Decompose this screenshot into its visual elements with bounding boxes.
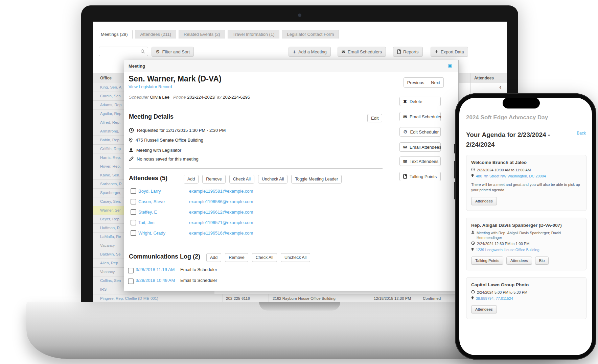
- search-field[interactable]: [99, 49, 140, 54]
- envelope-icon: ✉: [403, 159, 407, 164]
- laptop-lid-notch: [259, 302, 340, 311]
- email-schedulers-button[interactable]: ✉ Email Schedulers: [338, 47, 386, 57]
- card-time: 2/23/2024 10:00 AM to 11:00 AM: [477, 168, 531, 172]
- talking-points-button[interactable]: Talking Points: [399, 172, 441, 181]
- attendee-email-link[interactable]: example1196612@example.com: [189, 210, 253, 215]
- attendee-name-link[interactable]: Boyd, Larry: [138, 189, 161, 194]
- divider: [129, 108, 383, 108]
- close-icon[interactable]: ✖: [448, 63, 452, 69]
- office-row-link: King, Sen. A: [100, 85, 121, 89]
- card-title: Capitol Lawn Group Photo: [471, 282, 581, 287]
- cell-divider: [371, 294, 371, 302]
- phone-label: Phone: [173, 95, 186, 100]
- office-row-link: Collins, Sen: [100, 278, 121, 283]
- attendee-checkbox[interactable]: [131, 209, 136, 215]
- comm-log-action-button[interactable]: Check All: [252, 253, 277, 262]
- plus-icon: +: [293, 49, 296, 55]
- cell-divider: [419, 294, 419, 302]
- add-a-meeting-button[interactable]: + Add a Meeting: [289, 47, 331, 57]
- tab-meetings[interactable]: Meetings (29): [96, 30, 133, 39]
- tab-travel-information[interactable]: Travel Information (1): [228, 30, 280, 39]
- attendees-action-button[interactable]: Uncheck All: [258, 175, 288, 184]
- edit-button[interactable]: Edit: [367, 114, 382, 122]
- comm-log-checkbox[interactable]: [128, 268, 134, 273]
- comm-log-action-button[interactable]: Add: [206, 253, 221, 262]
- edit-scheduler-button[interactable]: ⚙ Edit Scheduler: [399, 127, 441, 137]
- delete-button[interactable]: ✖ Delete: [399, 97, 441, 106]
- attendees-button[interactable]: Attendees: [506, 257, 532, 265]
- comm-log-action-button[interactable]: Remove: [225, 253, 248, 262]
- comm-log-type: Email to Scheduler: [180, 278, 217, 283]
- attendee-checkbox[interactable]: [131, 220, 136, 225]
- attendee-name-link[interactable]: Cason, Steve: [138, 199, 165, 204]
- attendees-action-button[interactable]: Check All: [229, 175, 254, 184]
- phone-cell: 202-225-6116: [226, 294, 250, 302]
- attendees-list: Boyd, Larry example1196581@example.com C…: [129, 186, 393, 238]
- card-location-link[interactable]: 38.889794,-77.011524: [476, 296, 513, 301]
- attendees-button[interactable]: Attendees: [471, 197, 497, 205]
- tab-legislator-contact-form[interactable]: Legislator Contact Form: [282, 30, 339, 39]
- attendee-email-link[interactable]: example1196516@example.com: [189, 230, 253, 236]
- next-button[interactable]: Next: [428, 77, 444, 88]
- office-row-link: Hoyer, Rep.: [100, 164, 121, 168]
- search-input[interactable]: [99, 47, 148, 56]
- attendee-checkbox[interactable]: [131, 199, 136, 204]
- talking-points-button[interactable]: Talking Points: [471, 257, 503, 265]
- reports-button[interactable]: Reports: [393, 47, 423, 57]
- legislator-name-heading: Sen. Warner, Mark (D-VA): [129, 74, 222, 83]
- attendees-heading: Attendees (5): [129, 175, 167, 182]
- attendee-name-link[interactable]: Wright, Grady: [138, 230, 165, 236]
- comm-log-checkbox[interactable]: [128, 278, 134, 284]
- tab-attendees[interactable]: Attendees (211): [135, 30, 176, 39]
- attendee-email-link[interactable]: example1196581@example.com: [189, 189, 253, 194]
- meeting-details-heading: Meeting Details: [129, 113, 174, 120]
- filter-and-sort-button[interactable]: ⚙ Filter and Sort: [152, 47, 194, 57]
- attendees-action-buttons: AddRemoveCheck AllUncheck AllToggle Meet…: [184, 175, 342, 184]
- attendee-name-link[interactable]: Tait, Jim: [138, 220, 155, 225]
- location-cell: 2162 Rayburn House Office Building: [273, 294, 336, 302]
- attendees-action-button[interactable]: Add: [184, 175, 199, 184]
- view-legislator-record-link[interactable]: View Legislator Record: [129, 84, 172, 89]
- person-icon: [129, 148, 133, 152]
- bio-button[interactable]: Bio: [535, 257, 549, 265]
- cell-divider: [223, 294, 223, 302]
- office-row-link: Warner, Ser: [100, 208, 121, 212]
- attendee-email-link[interactable]: example1196571@example.com: [189, 220, 253, 225]
- comm-log-action-button[interactable]: Uncheck All: [281, 253, 310, 262]
- previous-button[interactable]: Previous: [404, 77, 428, 88]
- email-scheduler-button[interactable]: ✉ Email Scheduler: [399, 112, 441, 121]
- attendees-action-button[interactable]: Remove: [202, 175, 226, 184]
- location-row: 475 Russell Senate Office Building: [129, 136, 203, 144]
- attendee-checkbox[interactable]: [131, 230, 136, 236]
- text-attendees-button[interactable]: ✉ Text Attendees: [399, 156, 441, 166]
- attendee-checkbox[interactable]: [131, 188, 136, 194]
- office-cell-link[interactable]: Pingree, Rep. Chellie (D-ME-001): [100, 294, 158, 302]
- card-location-link[interactable]: 480 7th Street NW Washington, DC 20004: [476, 174, 546, 178]
- office-column-header[interactable]: Office: [100, 73, 112, 83]
- back-link[interactable]: Back: [577, 131, 586, 136]
- comm-log-list: 3/28/2018 11:19 AM Email to Scheduler 3/…: [124, 265, 388, 287]
- table-row[interactable]: Pingree, Rep. Chellie (D-ME-001) 202-225…: [93, 294, 507, 302]
- cell-divider: [269, 294, 269, 302]
- datetime-cell: 12/18/2015 12:30 PM: [374, 294, 411, 302]
- comm-log-date-link[interactable]: 3/28/2018 11:19 AM: [136, 267, 175, 272]
- tab-related-events[interactable]: Related Events (2): [179, 30, 225, 39]
- clock-icon: [471, 241, 475, 245]
- attendees-button[interactable]: Attendees: [471, 305, 497, 313]
- attendee-name-link[interactable]: Steffey, E: [138, 210, 157, 215]
- attendees-column-header[interactable]: Attendees: [474, 73, 494, 83]
- phone-volume-down-button: [454, 182, 455, 199]
- scheduler-value: Olivia Lee: [150, 95, 169, 100]
- card-location-link[interactable]: 1239 Longworth House Office Building: [476, 247, 539, 252]
- card-person: Meeting with Rep. Abigail Davis Spanberg…: [477, 230, 581, 240]
- location-pin-icon: [471, 247, 474, 251]
- export-data-button[interactable]: Export Data: [431, 47, 468, 57]
- attendee-email-link[interactable]: example1196586@example.com: [189, 199, 253, 204]
- meeting-type-row: Meeting with Legislator: [129, 146, 181, 154]
- attendees-action-button[interactable]: Toggle Meeting Leader: [291, 175, 342, 184]
- envelope-icon: ✉: [342, 50, 345, 54]
- card-description: There will be a meet and great and you w…: [471, 182, 581, 193]
- comm-log-date-link[interactable]: 3/28/2018 10:49 AM: [136, 278, 175, 283]
- divider: [129, 168, 383, 169]
- email-attendees-button[interactable]: ✉ Email Attendees: [399, 142, 441, 152]
